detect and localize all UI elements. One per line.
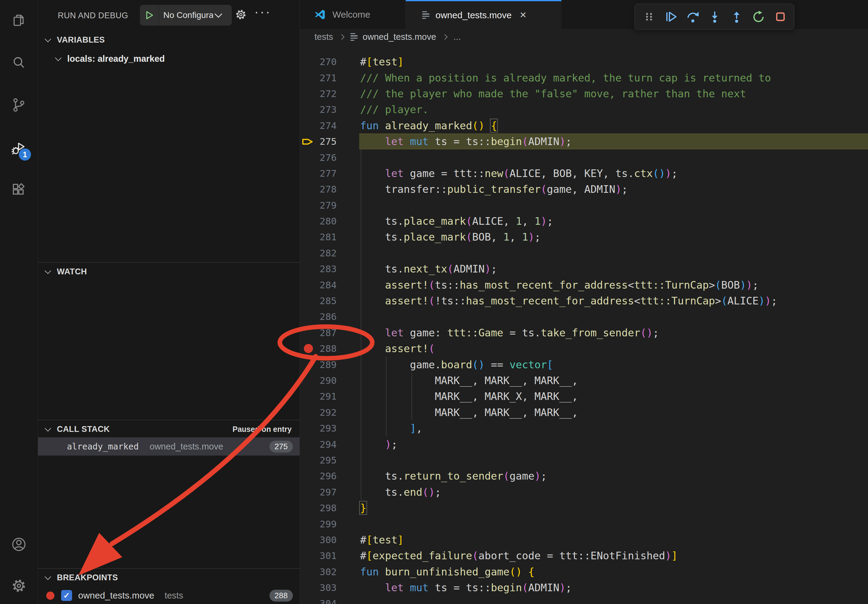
- breakpoints-section-header[interactable]: BREAKPOINTS: [38, 569, 299, 586]
- line-number[interactable]: 283: [317, 263, 337, 274]
- line-number[interactable]: 284: [317, 279, 337, 290]
- gutter-glyph-margin[interactable]: [299, 86, 317, 102]
- extensions-icon[interactable]: [11, 181, 27, 197]
- code-line[interactable]: 303 let mut ts = ts::begin(ADMIN);: [299, 580, 868, 595]
- continue-button[interactable]: [662, 7, 680, 26]
- gutter-glyph-margin[interactable]: [299, 484, 317, 500]
- line-number[interactable]: 302: [317, 566, 337, 577]
- settings-gear-icon[interactable]: [11, 578, 27, 594]
- line-number[interactable]: 285: [317, 295, 337, 306]
- code-line[interactable]: 292 MARK__, MARK__, MARK__,: [299, 404, 868, 420]
- code-line[interactable]: 295: [299, 452, 868, 468]
- line-number[interactable]: 287: [317, 327, 337, 338]
- line-number[interactable]: 279: [317, 200, 337, 211]
- code-text[interactable]: MARK__, MARK_X, MARK__,: [360, 390, 578, 403]
- call-stack-section-header[interactable]: CALL STACK Paused on entry: [38, 421, 299, 437]
- code-text[interactable]: let mut ts = ts::begin(ADMIN);: [360, 135, 572, 147]
- code-line[interactable]: 298}: [299, 500, 868, 516]
- code-line[interactable]: 294 );: [299, 436, 868, 452]
- account-icon[interactable]: [11, 536, 27, 552]
- code-text[interactable]: game.board() == vector[: [360, 359, 553, 371]
- code-text[interactable]: fun burn_unfinished_game() {: [360, 566, 534, 578]
- breakpoint-dot-icon[interactable]: [304, 344, 313, 353]
- gutter-glyph-margin[interactable]: [299, 436, 317, 452]
- code-line[interactable]: 280 ts.place_mark(ALICE, 1, 1);: [299, 213, 868, 229]
- code-text[interactable]: assert!(: [360, 342, 435, 355]
- code-line[interactable]: 287 let game: ttt::Game = ts.take_from_s…: [299, 325, 868, 341]
- launch-settings-gear-icon[interactable]: [235, 9, 247, 21]
- files-icon[interactable]: [11, 12, 27, 28]
- line-number[interactable]: 300: [317, 534, 337, 545]
- code-text[interactable]: ts.end();: [360, 486, 441, 498]
- line-number[interactable]: 286: [317, 311, 337, 322]
- tab-owned-tests-move[interactable]: owned_tests.move ✕: [406, 0, 561, 29]
- gutter-glyph-margin[interactable]: [299, 166, 317, 181]
- code-line[interactable]: 275 let mut ts = ts::begin(ADMIN);: [299, 133, 868, 149]
- gutter-glyph-margin[interactable]: [299, 102, 317, 118]
- watch-section-header[interactable]: WATCH: [38, 263, 299, 280]
- run-and-debug-icon[interactable]: 1: [11, 141, 27, 157]
- step-into-button[interactable]: [705, 7, 724, 26]
- code-line[interactable]: 278 transfer::public_transfer(game, ADMI…: [299, 181, 868, 197]
- code-text[interactable]: #[expected_failure(abort_code = ttt::ENo…: [360, 550, 677, 562]
- line-number[interactable]: 276: [317, 152, 337, 163]
- line-number[interactable]: 298: [317, 502, 337, 513]
- code-line[interactable]: 281 ts.place_mark(BOB, 1, 1);: [299, 229, 868, 245]
- code-line[interactable]: 296 ts.return_to_sender(game);: [299, 468, 868, 484]
- gutter-glyph-margin[interactable]: [299, 532, 317, 548]
- gutter-glyph-margin[interactable]: [299, 356, 317, 372]
- code-editor[interactable]: 270#[test]271/// When a position is alre…: [299, 45, 868, 604]
- line-number[interactable]: 281: [317, 231, 337, 242]
- gutter-glyph-margin[interactable]: [299, 404, 317, 420]
- gutter-glyph-margin[interactable]: [299, 373, 317, 389]
- gutter-glyph-margin[interactable]: [299, 516, 317, 531]
- gutter-glyph-margin[interactable]: [299, 309, 317, 325]
- line-number[interactable]: 294: [317, 439, 337, 450]
- code-line[interactable]: 297 ts.end();: [299, 484, 868, 500]
- close-tab-icon[interactable]: ✕: [519, 10, 527, 20]
- gutter-glyph-margin[interactable]: [299, 229, 317, 245]
- step-out-button[interactable]: [727, 7, 746, 26]
- code-line[interactable]: 301#[expected_failure(abort_code = ttt::…: [299, 548, 868, 564]
- line-number[interactable]: 291: [317, 391, 337, 402]
- code-text[interactable]: ],: [360, 422, 422, 434]
- line-number[interactable]: 301: [317, 550, 337, 561]
- gutter-glyph-margin[interactable]: [299, 197, 317, 213]
- line-number[interactable]: 277: [317, 168, 337, 179]
- gutter-glyph-margin[interactable]: [299, 293, 317, 309]
- line-number[interactable]: 299: [317, 519, 337, 530]
- gutter-glyph-margin[interactable]: [299, 564, 317, 580]
- source-control-icon[interactable]: [11, 97, 27, 113]
- code-line[interactable]: 279: [299, 197, 868, 213]
- gutter-glyph-margin[interactable]: [299, 389, 317, 404]
- start-debug-icon[interactable]: [140, 5, 159, 26]
- code-text[interactable]: );: [360, 438, 397, 451]
- gutter-glyph-margin[interactable]: [299, 181, 317, 197]
- line-number[interactable]: 296: [317, 471, 337, 482]
- code-line[interactable]: 277 let game = ttt::new(ALICE, BOB, KEY,…: [299, 166, 868, 181]
- gutter-glyph-margin[interactable]: [299, 149, 317, 165]
- code-text[interactable]: #[test]: [360, 534, 404, 546]
- line-number[interactable]: 282: [317, 248, 337, 259]
- gutter-glyph-margin[interactable]: [299, 213, 317, 229]
- code-text[interactable]: transfer::public_transfer(game, ADMIN);: [360, 183, 628, 195]
- gutter-glyph-margin[interactable]: [299, 420, 317, 436]
- gutter-glyph-margin[interactable]: [299, 261, 317, 277]
- code-text[interactable]: ts.next_tx(ADMIN);: [360, 263, 497, 275]
- line-number[interactable]: 303: [317, 582, 337, 593]
- breadcrumb-folder[interactable]: tests: [315, 32, 333, 42]
- breakpoint-checkbox[interactable]: ✓: [61, 590, 72, 601]
- code-line[interactable]: 290 MARK__, MARK__, MARK__,: [299, 373, 868, 389]
- gutter-glyph-margin[interactable]: [299, 54, 317, 70]
- gutter-glyph-margin[interactable]: [299, 580, 317, 595]
- code-text[interactable]: fun already_marked() {: [360, 119, 497, 132]
- code-line[interactable]: 299: [299, 516, 868, 531]
- line-number[interactable]: 272: [317, 88, 337, 99]
- code-line[interactable]: 274fun already_marked() {: [299, 118, 868, 133]
- code-text[interactable]: let game: ttt::Game = ts.take_from_sende…: [360, 327, 659, 339]
- step-over-button[interactable]: [684, 7, 702, 26]
- code-line[interactable]: 282: [299, 245, 868, 261]
- code-text[interactable]: let game = ttt::new(ALICE, BOB, KEY, ts.…: [360, 167, 677, 180]
- code-text[interactable]: #[test]: [360, 56, 404, 68]
- code-line[interactable]: 270#[test]: [299, 54, 868, 70]
